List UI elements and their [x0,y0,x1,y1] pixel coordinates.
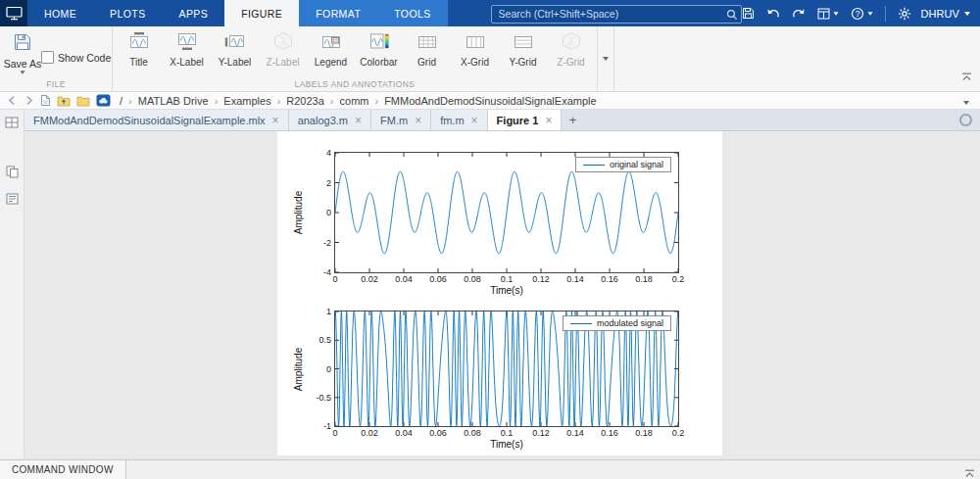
ygrid-button[interactable]: Y-Grid [499,26,547,68]
legend[interactable]: original signal [575,157,671,172]
new-tab-button[interactable]: + [562,110,583,130]
x-tick-label: 0.18 [635,274,653,284]
tab-label: Figure 1 [497,115,539,126]
x-tick-label: 0.18 [635,428,653,438]
close-tab-icon[interactable]: × [471,115,478,126]
legend[interactable]: modulated signal [563,315,671,331]
breadcrumb-separator: › [128,95,132,107]
matlab-online-logo[interactable] [0,0,27,26]
show-code-checkbox[interactable]: Show Code [41,51,111,64]
back-icon[interactable] [7,95,18,106]
figure-palette-icon[interactable] [4,164,20,179]
save-icon[interactable] [742,7,755,20]
matlab-drive-cloud-icon[interactable] [96,94,111,107]
layout-icon[interactable] [817,8,839,20]
y-tick-label: 1 [326,307,331,316]
forward-icon[interactable] [24,95,34,106]
ribbon-button-label: Y-Label [219,57,252,68]
x-tick-label: 0.2 [672,428,685,438]
editor-tab-fm-m[interactable]: FM.m× [371,110,431,130]
legend-label: original signal [610,160,663,169]
breadcrumb-item[interactable]: FMModAndDemodSinusoidalSignalExample [384,95,596,107]
axes-modulated-signal[interactable]: 00.020.040.060.080.10.120.140.160.180.2-… [334,311,679,427]
toolstrip-tab-format[interactable]: FORMAT [299,0,377,26]
editor-tab-fm-m[interactable]: fm.m× [431,110,487,130]
grid-button[interactable]: Grid [403,26,451,68]
layout-grid-icon[interactable] [4,115,20,130]
upload-folder-icon[interactable] [57,95,71,107]
path-dropdown-button[interactable] [963,95,969,107]
x-tick-label: 0.08 [464,428,481,438]
close-tab-icon[interactable]: × [355,115,362,126]
search-icon[interactable] [726,7,738,24]
y-tick-label: 0 [326,364,331,374]
title-button[interactable]: Title [115,26,163,68]
signal-line [335,171,678,253]
file-group: Save As Show Code FILE [0,26,113,91]
new-file-icon[interactable] [40,94,51,107]
collapse-ribbon-icon [961,72,972,81]
editor-tab-fmmodanddemodsinusoidalsignalexample-mlx[interactable]: FMModAndDemodSinusoidalSignalExample.mlx… [24,110,289,130]
ribbon-button-label: Colorbar [360,57,397,68]
breadcrumb-item[interactable]: MATLAB Drive [138,95,209,107]
open-folder-icon[interactable] [76,95,90,107]
svg-text:?: ? [855,9,859,19]
zgrid-icon [561,31,582,55]
undo-icon[interactable] [766,8,780,20]
legend-button[interactable]: Legend [307,26,355,68]
toolstrip-tab-home[interactable]: HOME [27,0,93,26]
xlabel-button[interactable]: X-Label [163,26,211,68]
colorbar-button[interactable]: Colorbar [355,26,403,68]
redo-icon[interactable] [792,8,806,20]
help-icon[interactable]: ? [851,7,873,21]
y-tick-label: 2 [326,178,331,188]
ylabel-button[interactable]: Y-Label [211,26,259,68]
expand-panel-button[interactable] [964,464,975,479]
x-tick-label: 0 [332,428,337,438]
x-tick-label: 0.08 [464,274,481,284]
toolstrip-tab-tools[interactable]: TOOLS [377,0,447,26]
ribbon-button-label: Z-Label [267,57,300,68]
search-input[interactable] [491,5,742,24]
zgrid-button: Z-Grid [547,26,595,68]
user-menu[interactable]: DHRUV [921,0,980,26]
command-window-toggle[interactable]: COMMAND WINDOW [0,460,126,479]
editor-tab-figure-1[interactable]: Figure 1× [488,110,563,130]
breadcrumb-separator: › [374,95,378,107]
x-tick-label: 0.06 [429,428,447,438]
caret-down-icon [20,71,24,73]
toolstrip-tab-plots[interactable]: PLOTS [93,0,162,26]
x-tick-label: 0 [332,274,337,284]
x-tick-label: 0.1 [501,428,514,438]
ribbon-button-label: X-Grid [461,57,489,68]
y-tick-label: -0.5 [316,393,331,403]
breadcrumb-item[interactable]: R2023a [286,95,324,107]
xgrid-button[interactable]: X-Grid [451,26,499,68]
breadcrumb-item[interactable]: comm [340,95,369,107]
settings-icon[interactable] [898,7,911,21]
axes-original-signal[interactable]: 00.020.040.060.080.10.120.140.160.180.2-… [334,152,679,273]
xgrid-icon [465,31,486,55]
breadcrumb-item[interactable]: / [120,95,122,107]
status-circle-icon[interactable] [959,114,972,126]
checkbox-icon[interactable] [41,51,54,64]
document-tab-bar: FMModAndDemodSinusoidalSignalExample.mlx… [24,110,980,131]
breadcrumb-item[interactable]: Examples [223,95,270,107]
toolstrip-tab-apps[interactable]: APPS [163,0,225,26]
property-inspector-icon[interactable] [4,191,20,207]
caret-down-icon [833,12,838,15]
tab-label: FMModAndDemodSinusoidalSignalExample.mlx [33,115,266,126]
close-tab-icon[interactable]: × [272,115,279,126]
collapse-ribbon-button[interactable] [961,68,972,85]
close-tab-icon[interactable]: × [415,115,421,126]
save-as-button[interactable]: Save As [3,31,42,74]
toolstrip-tab-figure[interactable]: FIGURE [224,0,299,26]
search-box [491,4,742,23]
gallery-more-button[interactable] [598,26,614,91]
y-tick-label: -1 [323,421,331,431]
breadcrumb: /›MATLAB Drive›Examples›R2023a›comm›FMMo… [120,95,597,107]
y-tick-label: -4 [323,267,331,277]
close-tab-icon[interactable]: × [545,115,552,126]
editor-tab-analog3-m[interactable]: analog3.m× [289,110,371,130]
editor-tabs: FMModAndDemodSinusoidalSignalExample.mlx… [24,110,583,130]
